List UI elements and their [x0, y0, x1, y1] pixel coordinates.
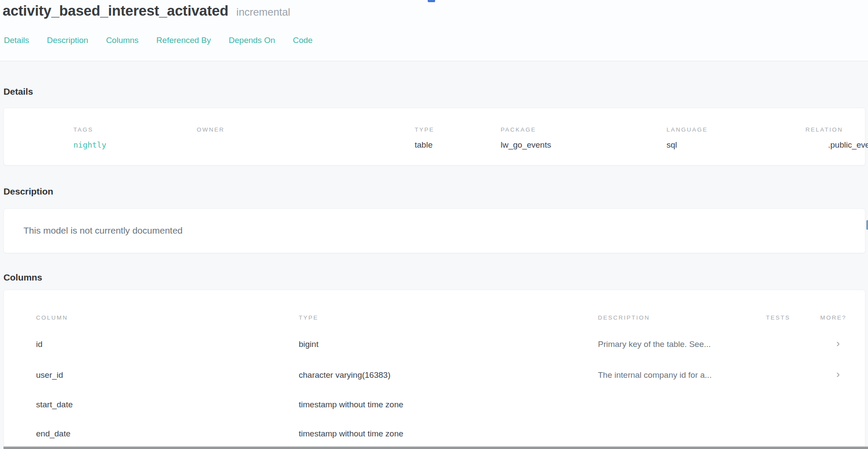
title-row: activity_based_interest_activated increm…	[3, 3, 290, 19]
clipped-code-panel-edge	[3, 446, 868, 449]
description-card: This model is not currently documented	[3, 208, 865, 253]
column-header-column: COLUMN	[36, 314, 68, 321]
relation-label: RELATION	[805, 126, 843, 133]
page-title: activity_based_interest_activated	[3, 3, 228, 19]
type-value: table	[415, 140, 432, 150]
column-name: id	[36, 340, 43, 349]
tags-label: TAGS	[73, 126, 93, 133]
nav-link-details[interactable]: Details	[4, 36, 29, 45]
language-label: LANGUAGE	[667, 126, 708, 133]
tag-link-nightly[interactable]: nightly	[73, 140, 106, 149]
nav-link-columns[interactable]: Columns	[106, 36, 139, 45]
nav-link-depends-on[interactable]: Depends On	[229, 36, 275, 45]
chevron-right-icon[interactable]: ›	[832, 338, 845, 349]
column-type: character varying(16383)	[299, 370, 390, 380]
section-nav: Details Description Columns Referenced B…	[4, 36, 313, 45]
relation-value: .public_events.activity_based_interest_a…	[828, 140, 868, 150]
table-row-id[interactable]: id bigint Primary key of the table. See.…	[4, 335, 866, 356]
page-header: activity_based_interest_activated increm…	[0, 0, 868, 61]
package-label: PACKAGE	[501, 126, 536, 133]
model-docs-page: activity_based_interest_activated increm…	[0, 0, 868, 449]
type-label: TYPE	[415, 126, 434, 133]
column-header-type: TYPE	[299, 314, 318, 321]
description-text: This model is not currently documented	[23, 225, 183, 236]
package-value: lw_go_events	[501, 140, 551, 150]
column-name: end_date	[36, 429, 70, 439]
column-type: timestamp without time zone	[299, 429, 403, 439]
column-header-tests: TESTS	[766, 314, 790, 321]
column-name: user_id	[36, 370, 63, 380]
nav-link-referenced-by[interactable]: Referenced By	[156, 36, 211, 45]
model-materialization-badge: incremental	[236, 6, 290, 18]
clipped-edit-control-fragment	[866, 220, 868, 230]
table-row-user-id[interactable]: user_id character varying(16383) The int…	[4, 366, 866, 387]
description-section-heading: Description	[3, 186, 53, 197]
column-header-description: DESCRIPTION	[598, 314, 650, 321]
clipped-link-fragment	[428, 0, 435, 2]
column-description: The internal company id for a...	[598, 370, 712, 380]
column-description: Primary key of the table. See...	[598, 340, 711, 349]
language-value: sql	[667, 140, 677, 150]
details-card: TAGS nightly OWNER TYPE table PACKAGE lw…	[3, 108, 865, 165]
details-section-heading: Details	[3, 86, 33, 97]
column-type: timestamp without time zone	[299, 400, 403, 409]
column-type: bigint	[299, 340, 318, 349]
owner-label: OWNER	[197, 126, 224, 133]
nav-link-description[interactable]: Description	[47, 36, 88, 45]
column-name: start_date	[36, 400, 73, 409]
table-row-start-date[interactable]: start_date timestamp without time zone	[4, 396, 866, 416]
chevron-right-icon[interactable]: ›	[832, 369, 845, 380]
columns-card: COLUMN TYPE DESCRIPTION TESTS MORE? id b…	[3, 290, 865, 449]
table-row-end-date[interactable]: end_date timestamp without time zone	[4, 425, 866, 446]
column-header-more: MORE?	[820, 314, 847, 321]
nav-link-code[interactable]: Code	[293, 36, 312, 45]
columns-section-heading: Columns	[3, 272, 42, 283]
